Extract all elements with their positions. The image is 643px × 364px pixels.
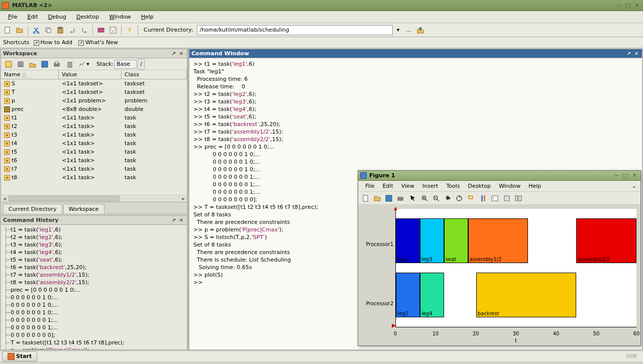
history-line[interactable]: ├─0 0 0 0 0 0 0 1;... <box>4 316 184 324</box>
fig-menu-view[interactable]: View <box>397 182 418 190</box>
paste-icon[interactable] <box>55 25 66 36</box>
copy-icon[interactable] <box>43 25 54 36</box>
close-panel-icon[interactable]: ✕ <box>178 217 185 224</box>
close-button[interactable]: ✕ <box>633 2 641 9</box>
fig-menu-window[interactable]: Window <box>495 182 524 190</box>
history-line[interactable]: ├─0 0 0 0 0 0 1 0;... <box>4 301 184 309</box>
gantt-bar[interactable]: leg2 <box>396 273 420 317</box>
workspace-row[interactable]: t7<1x1 task>task <box>1 165 187 173</box>
history-line[interactable]: ├─T = taskset([t1 t2 t3 t4 t5 t6 t7 t8],… <box>4 339 184 346</box>
stack-step-icon[interactable]: / <box>138 59 145 70</box>
figure-window[interactable]: Figure 1 ─ □ ✕ File Edit View Insert Too… <box>358 170 641 346</box>
cut-icon[interactable] <box>31 25 42 36</box>
gantt-bar[interactable]: assembly2/2 <box>576 218 636 263</box>
fig-hide-tools-icon[interactable] <box>501 193 512 204</box>
workspace-row[interactable]: t1<1x1 task>task <box>1 113 187 122</box>
menu-help[interactable]: Help <box>136 12 159 22</box>
history-line[interactable]: ├─t5 = task('seat',6); <box>4 256 184 264</box>
new-var-icon[interactable] <box>3 59 14 70</box>
history-line[interactable]: ├─0 0 0 0 0 0 1 0;... <box>4 294 184 301</box>
gantt-bar[interactable]: seat <box>444 218 468 263</box>
workspace-row[interactable]: p<1x1 problem>problem <box>1 96 187 105</box>
open-file-icon[interactable] <box>14 25 25 36</box>
history-line[interactable]: ├─0 0 0 0 0 0 0 1;... <box>4 324 184 331</box>
menu-file[interactable]: File <box>3 12 22 22</box>
history-line[interactable]: ├─t4 = task('leg4',6); <box>4 249 184 256</box>
fig-menu-desktop[interactable]: Desktop <box>464 182 495 190</box>
fig-zoomout-icon[interactable] <box>431 193 442 204</box>
workspace-row[interactable]: t3<1x1 task>task <box>1 131 187 139</box>
undo-icon[interactable] <box>67 25 78 36</box>
col-value[interactable]: Value <box>59 70 122 79</box>
gantt-bar[interactable]: assembly1/2 <box>468 218 528 263</box>
redo-icon[interactable] <box>79 25 90 36</box>
close-panel-icon[interactable]: ✕ <box>178 50 185 57</box>
history-line[interactable]: ├─t8 = task('assembly2/2',15); <box>4 279 184 286</box>
fig-open-icon[interactable] <box>372 193 383 204</box>
undock-icon[interactable]: ↗ <box>170 50 177 57</box>
figure-titlebar[interactable]: Figure 1 ─ □ ✕ <box>358 171 640 181</box>
fig-menu-file[interactable]: File <box>361 182 378 190</box>
guide-icon[interactable] <box>108 25 119 36</box>
fig-menu-tools[interactable]: Tools <box>442 182 464 190</box>
fig-zoomin-icon[interactable] <box>419 193 430 204</box>
start-button[interactable]: Start <box>2 351 37 361</box>
delete-var-icon[interactable] <box>64 59 75 70</box>
fig-datacursor-icon[interactable] <box>466 193 477 204</box>
history-body[interactable]: ├─t1 = task('leg1',6)├─t2 = task('leg2',… <box>1 225 187 349</box>
new-file-icon[interactable] <box>2 25 13 36</box>
how-to-add-link[interactable]: ↗How to Add <box>32 39 74 46</box>
whats-new-link[interactable]: ↗What's New <box>76 39 120 46</box>
fig-menu-edit[interactable]: Edit <box>378 182 397 190</box>
workspace-row[interactable]: T<1x1 taskset>taskset <box>1 88 187 96</box>
figure-canvas[interactable]: ▴ ▸ leg1leg3seatassembly1/2assembly2/2le… <box>358 205 640 345</box>
maximize-button[interactable]: □ <box>624 2 632 9</box>
fig-legend-icon[interactable] <box>489 193 500 204</box>
stack-input[interactable] <box>115 60 137 69</box>
workspace-row[interactable]: t4<1x1 task>task <box>1 139 187 148</box>
gantt-bar[interactable]: leg3 <box>420 218 444 263</box>
history-line[interactable]: ├─p = problem('P|prec|Cmax'); <box>4 346 184 349</box>
fig-colorbar-icon[interactable] <box>478 193 489 204</box>
history-line[interactable]: ├─t7 = task('assembly1/2',15); <box>4 271 184 279</box>
history-line[interactable]: ├─prec = [0 0 0 0 0 0 1 0;... <box>4 286 184 294</box>
workspace-row[interactable]: S<1x1 taskset>taskset <box>1 79 187 88</box>
fig-print-icon[interactable] <box>395 193 406 204</box>
simulink-icon[interactable] <box>95 25 106 36</box>
minimize-button[interactable]: ─ <box>615 2 623 9</box>
workspace-row[interactable]: prec<8x8 double>double <box>1 105 187 113</box>
tab-current-directory[interactable]: Current Directory <box>3 204 62 214</box>
workspace-scrollbar[interactable]: ◂▸ <box>1 195 187 202</box>
fig-save-icon[interactable] <box>383 193 394 204</box>
save-ws-icon[interactable] <box>39 59 50 70</box>
history-line[interactable]: ├─0 0 0 0 0 0 1 0;... <box>4 309 184 316</box>
gantt-bar[interactable]: backrest <box>476 273 577 317</box>
history-line[interactable]: ├─t2 = task('leg2',6); <box>4 233 184 241</box>
browse-dir-button[interactable]: … <box>403 25 414 36</box>
menu-debug[interactable]: Debug <box>43 12 71 22</box>
workspace-row[interactable]: t8<1x1 task>task <box>1 173 187 182</box>
fig-minimize-button[interactable]: ─ <box>612 172 620 179</box>
gantt-bar[interactable]: leg1 <box>396 218 420 263</box>
col-name[interactable]: Name △ <box>1 70 59 79</box>
col-class[interactable]: Class <box>122 70 187 79</box>
dir-dropdown-icon[interactable]: ▾ <box>394 25 402 36</box>
workspace-row[interactable]: t6<1x1 task>task <box>1 156 187 165</box>
fig-maximize-button[interactable]: □ <box>621 172 629 179</box>
history-line[interactable]: ├─t1 = task('leg1',6) <box>4 226 184 233</box>
gantt-bar[interactable]: leg4 <box>420 273 444 317</box>
up-dir-icon[interactable] <box>415 25 426 36</box>
menu-window[interactable]: Window <box>104 12 136 22</box>
history-line[interactable]: ├─t3 = task('leg3',6); <box>4 241 184 249</box>
history-line[interactable]: ├─t6 = task('backrest',25,20); <box>4 264 184 271</box>
import-icon[interactable] <box>27 59 38 70</box>
fig-show-tools-icon[interactable] <box>513 193 524 204</box>
fig-pan-icon[interactable] <box>442 193 453 204</box>
plot-area[interactable]: ▴ ▸ leg1leg3seatassembly1/2assembly2/2le… <box>395 209 636 327</box>
workspace-row[interactable]: t5<1x1 task>task <box>1 148 187 156</box>
workspace-table[interactable]: S<1x1 taskset>tasksetT<1x1 taskset>tasks… <box>1 79 187 195</box>
fig-close-button[interactable]: ✕ <box>630 172 638 179</box>
undock-icon[interactable]: ↗ <box>625 50 632 57</box>
print-icon[interactable] <box>51 59 62 70</box>
fig-pointer-icon[interactable] <box>407 193 418 204</box>
